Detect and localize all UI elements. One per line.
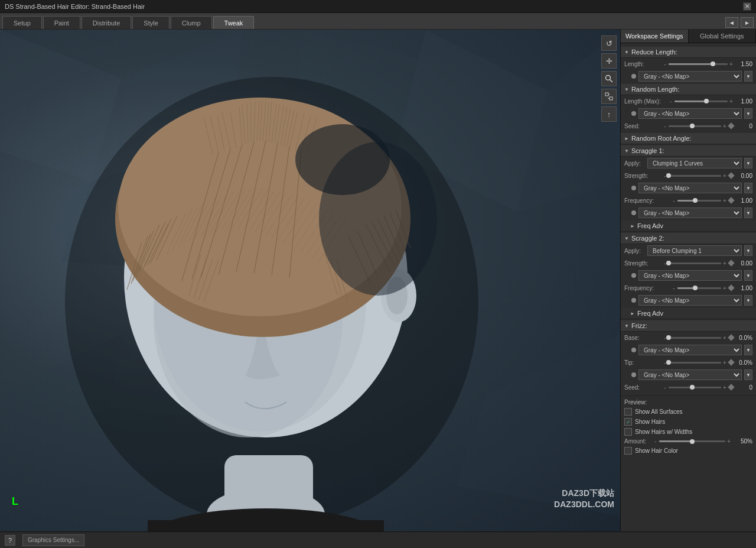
nav-forward-button[interactable]: ► (741, 17, 754, 28)
scraggle2-freq-slider[interactable]: - + (672, 285, 727, 291)
show-all-surfaces-checkbox[interactable] (624, 408, 632, 416)
scraggle2-freq-map-arrow[interactable]: ▼ (744, 295, 752, 306)
length-max-slider-minus[interactable]: - (669, 98, 673, 105)
scraggle2-strength-slider[interactable]: - + (663, 260, 727, 267)
frizz-seed-minus[interactable]: - (663, 384, 667, 391)
scraggle2-apply-arrow[interactable]: ▼ (744, 245, 752, 256)
section-random-length[interactable]: ▼ Random Length: (621, 84, 756, 95)
seed-slider-minus[interactable]: - (663, 123, 667, 129)
viewport[interactable]: ↺ ✛ ↑ L DAZ3D下 (0, 30, 620, 531)
tab-clump[interactable]: Clump (171, 16, 212, 29)
frizz-base-slider[interactable]: - + (663, 335, 727, 341)
frizz-seed-plus[interactable]: + (722, 384, 727, 391)
scraggle1-apply-select[interactable]: Clumping 1 Curves (647, 158, 742, 168)
length-slider-plus[interactable]: + (729, 61, 734, 67)
seed-slider-plus[interactable]: + (722, 123, 727, 129)
frizz-tip-track[interactable] (669, 362, 721, 364)
scraggle1-freq-adv[interactable]: ► Freq Adv (621, 221, 756, 232)
help-button[interactable]: ? (5, 535, 15, 546)
pan-tool-button[interactable]: ✛ (601, 53, 617, 69)
scraggle2-strength-track[interactable] (669, 262, 721, 264)
scraggle2-freq-plus[interactable]: + (722, 285, 727, 291)
scraggle2-freq-map-select[interactable]: Gray - <No Map> (638, 295, 742, 306)
tab-style[interactable]: Style (132, 16, 169, 29)
frizz-base-map-select[interactable]: Gray - <No Map> (638, 345, 742, 355)
frizz-base-plus[interactable]: + (722, 335, 727, 341)
scraggle2-strength-map-select[interactable]: Gray - <No Map> (638, 270, 742, 281)
scraggle2-freq-adv[interactable]: ► Freq Adv (621, 308, 756, 319)
random-length-map-arrow[interactable]: ▼ (744, 108, 752, 119)
frame-tool-button[interactable] (601, 89, 617, 104)
section-random-root-angle[interactable]: ► Random Root Angle: (621, 133, 756, 144)
scraggle1-strength-track[interactable] (669, 175, 721, 177)
show-hairs-widths-checkbox[interactable] (624, 428, 632, 436)
frizz-base-map-arrow[interactable]: ▼ (744, 345, 752, 355)
show-hairs-label: Show Hairs (635, 419, 665, 425)
reduce-length-map-arrow[interactable]: ▼ (744, 71, 752, 82)
scraggle1-freq-track[interactable] (677, 200, 721, 202)
scraggle1-apply-arrow[interactable]: ▼ (744, 158, 752, 168)
length-slider-container[interactable]: - + (663, 61, 734, 67)
amount-slider-minus[interactable]: - (653, 438, 658, 445)
frizz-seed-track[interactable] (669, 387, 721, 388)
panel-tab-workspace[interactable]: Workspace Settings (621, 30, 689, 43)
scraggle1-freq-map-dot (631, 210, 636, 215)
tab-setup[interactable]: Setup (2, 16, 42, 29)
section-frizz[interactable]: ▼ Frizz: (621, 320, 756, 332)
amount-slider[interactable]: - + (653, 438, 731, 445)
seed-slider-container[interactable]: - + (663, 123, 727, 129)
scraggle1-freq-plus[interactable]: + (722, 197, 727, 204)
length-max-slider-track[interactable] (674, 100, 728, 102)
scraggle1-strength-slider[interactable]: - + (663, 173, 727, 179)
zoom-tool-button[interactable] (601, 71, 617, 86)
section-scraggle2[interactable]: ▼ Scraggle 2: (621, 233, 756, 244)
frizz-base-label: Base: (624, 335, 663, 341)
scraggle2-freq-track[interactable] (677, 287, 721, 289)
scraggle2-freq-adv-label: Freq Adv (637, 310, 663, 317)
section-scraggle1[interactable]: ▼ Scraggle 1: (621, 145, 756, 157)
section-reduce-length[interactable]: ▼ Reduce Length: (621, 47, 756, 58)
frizz-base-map-dot (631, 348, 636, 352)
statusbar: ? Graphics Settings... (0, 531, 756, 548)
tab-paint[interactable]: Paint (43, 16, 80, 29)
close-button[interactable]: ✕ (743, 2, 751, 11)
scraggle1-strength-map-arrow[interactable]: ▼ (744, 183, 752, 193)
scraggle2-strength-plus[interactable]: + (722, 260, 727, 267)
length-max-slider-plus[interactable]: + (729, 98, 734, 105)
home-tool-button[interactable]: ↑ (601, 106, 617, 122)
frizz-tip-slider[interactable]: - + (663, 359, 727, 366)
scraggle2-apply-select[interactable]: Before Clumping 1 (647, 245, 742, 256)
frizz-base-track[interactable] (669, 337, 721, 339)
orbit-tool-button[interactable]: ↺ (601, 35, 617, 51)
scraggle1-freq-minus[interactable]: - (672, 197, 676, 204)
scraggle2-freq-minus[interactable]: - (672, 285, 676, 291)
reduce-length-map-select[interactable]: Gray - <No Map> (638, 71, 742, 82)
show-hairs-checkbox[interactable]: ✓ (624, 418, 632, 426)
frizz-tip-plus[interactable]: + (722, 359, 727, 366)
frizz-tip-map-arrow[interactable]: ▼ (744, 369, 752, 380)
scraggle1-freq-map-arrow[interactable]: ▼ (744, 207, 752, 218)
length-slider-track[interactable] (669, 63, 728, 65)
frizz-tip-map-select[interactable]: Gray - <No Map> (638, 369, 742, 380)
scraggle1-freq-map-select[interactable]: Gray - <No Map> (638, 207, 742, 218)
tab-distribute[interactable]: Distribute (82, 16, 131, 29)
graphics-settings-button[interactable]: Graphics Settings... (22, 534, 84, 546)
show-hair-color-checkbox[interactable] (624, 447, 632, 455)
amount-slider-plus[interactable]: + (726, 438, 731, 445)
panel-tab-global[interactable]: Global Settings (689, 30, 757, 43)
length-max-slider-container[interactable]: - + (669, 98, 734, 105)
scraggle1-freq-slider[interactable]: - + (672, 197, 727, 204)
scraggle1-strength-plus[interactable]: + (722, 173, 727, 179)
scraggle2-strength-map-arrow[interactable]: ▼ (744, 270, 752, 281)
seed-slider-track[interactable] (669, 125, 721, 127)
random-length-map-select[interactable]: Gray - <No Map> (638, 108, 742, 119)
nav-back-button[interactable]: ◄ (725, 17, 738, 28)
scraggle1-strength-map-select[interactable]: Gray - <No Map> (638, 183, 742, 193)
tab-tweak[interactable]: Tweak (213, 16, 255, 29)
length-slider-minus[interactable]: - (663, 61, 667, 67)
frizz-base-value: 0.0% (734, 335, 752, 341)
panel-content[interactable]: ▼ Reduce Length: Length: - + 1.50 (621, 43, 756, 531)
window-title: DS Strand-Based Hair Editor: Strand-Base… (5, 3, 145, 10)
frizz-seed-slider[interactable]: - + (663, 384, 727, 391)
amount-slider-track[interactable] (659, 440, 725, 442)
